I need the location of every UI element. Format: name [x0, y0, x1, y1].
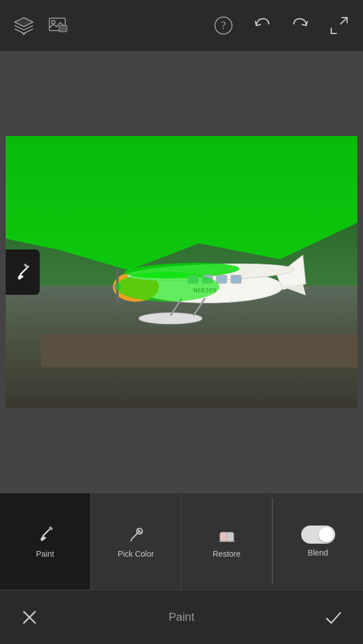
- svg-point-2: [52, 20, 55, 24]
- pick-color-label: Pick Color: [118, 549, 154, 558]
- svg-line-26: [43, 528, 51, 536]
- help-button[interactable]: ?: [211, 13, 236, 38]
- brush-tool-panel[interactable]: [6, 249, 40, 295]
- blend-toggle-container[interactable]: Blend: [273, 493, 363, 590]
- top-toolbar: ?: [0, 0, 363, 51]
- blend-toggle[interactable]: [301, 526, 335, 544]
- toggle-knob: [319, 527, 334, 542]
- action-title: Paint: [168, 611, 195, 624]
- paint-icon: [35, 524, 56, 545]
- cancel-button[interactable]: [17, 605, 42, 630]
- undo-button[interactable]: [250, 13, 275, 38]
- toolbar-right: ?: [211, 13, 352, 38]
- pick-color-icon: [126, 524, 146, 545]
- tools-row: Paint Pick Color: [0, 493, 363, 590]
- blend-label: Blend: [308, 548, 328, 557]
- restore-tool[interactable]: Restore: [182, 493, 272, 590]
- image-container[interactable]: N68309: [6, 136, 357, 408]
- toolbar-left: [11, 13, 70, 38]
- paint-label: Paint: [36, 549, 54, 558]
- svg-rect-32: [220, 532, 227, 541]
- svg-text:?: ?: [221, 20, 226, 31]
- svg-point-23: [116, 272, 220, 302]
- confirm-button[interactable]: [321, 605, 346, 630]
- photos-button[interactable]: [45, 13, 70, 38]
- layers-button[interactable]: [11, 13, 36, 38]
- canvas-area[interactable]: N68309: [0, 51, 363, 493]
- svg-rect-18: [217, 276, 227, 283]
- restore-label: Restore: [213, 549, 240, 558]
- restore-icon: [217, 524, 237, 545]
- svg-line-28: [132, 531, 140, 539]
- bottom-toolbar: Paint Pick Color: [0, 493, 363, 590]
- paint-tool[interactable]: Paint: [0, 493, 91, 590]
- svg-marker-0: [15, 18, 33, 27]
- action-bar: Paint: [0, 590, 363, 644]
- expand-button[interactable]: [327, 13, 352, 38]
- svg-rect-3: [59, 26, 67, 32]
- redo-button[interactable]: [288, 13, 313, 38]
- svg-rect-19: [231, 276, 241, 283]
- svg-line-6: [340, 18, 347, 24]
- pick-color-tool[interactable]: Pick Color: [91, 493, 182, 590]
